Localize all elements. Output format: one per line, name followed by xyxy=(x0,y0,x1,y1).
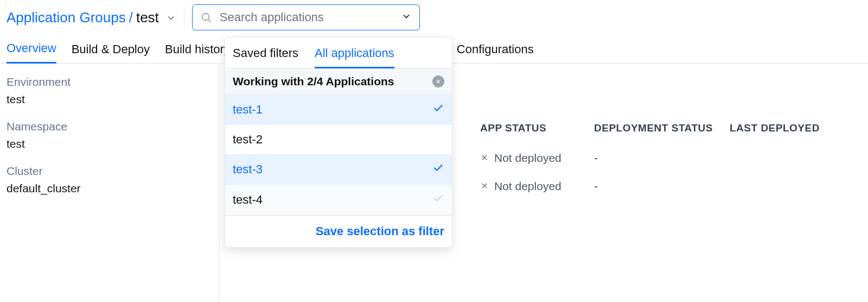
popover-tabs: Saved filters All applications xyxy=(225,37,452,68)
namespace-value: test xyxy=(7,137,213,150)
chevron-down-icon[interactable] xyxy=(401,11,412,24)
col-app-status: APP STATUS xyxy=(480,122,594,134)
breadcrumb: Application Groups / test xyxy=(7,8,176,27)
tab-build-history[interactable]: Build history xyxy=(165,42,230,63)
x-icon xyxy=(480,152,489,165)
popover-item-label: test-2 xyxy=(233,133,263,147)
tab-saved-filters[interactable]: Saved filters xyxy=(233,46,298,68)
breadcrumb-current: test xyxy=(136,9,159,26)
popover-item-test-4[interactable]: test-4 xyxy=(225,185,452,215)
tab-build-deploy[interactable]: Build & Deploy xyxy=(72,42,150,63)
check-icon xyxy=(432,162,444,177)
popover-item-test-3[interactable]: test-3 xyxy=(225,154,452,185)
popover-item-test-1[interactable]: test-1 xyxy=(225,95,452,125)
environment-label: Environment xyxy=(7,76,213,89)
cluster-value: default_cluster xyxy=(7,182,213,195)
tab-all-applications[interactable]: All applications xyxy=(315,46,394,68)
tab-overview[interactable]: Overview xyxy=(7,41,56,64)
cluster-label: Cluster xyxy=(7,165,213,178)
popover-item-label: test-1 xyxy=(233,103,263,117)
popover-item-test-2[interactable]: test-2 xyxy=(225,125,452,154)
deployment-status-value: - xyxy=(594,152,730,165)
save-selection-button[interactable]: Save selection as filter xyxy=(225,215,452,247)
selection-status-text: Working with 2/4 Applications xyxy=(233,75,394,88)
check-icon xyxy=(432,102,444,117)
col-deployment-status: DEPLOYMENT STATUS xyxy=(594,122,730,134)
check-icon xyxy=(432,192,444,207)
clear-selection-button[interactable] xyxy=(432,76,444,87)
svg-point-0 xyxy=(202,14,209,21)
environment-value: test xyxy=(7,93,213,106)
popover-item-label: test-4 xyxy=(233,193,263,207)
chevron-down-icon[interactable] xyxy=(165,10,176,27)
svg-line-1 xyxy=(208,20,210,22)
search-icon xyxy=(200,11,212,23)
breadcrumb-separator: / xyxy=(129,9,133,26)
divider xyxy=(184,9,184,26)
search-input[interactable] xyxy=(220,10,401,24)
app-status-value: Not deployed xyxy=(494,152,561,165)
breadcrumb-root[interactable]: Application Groups xyxy=(7,9,126,26)
search-applications-box[interactable] xyxy=(192,4,420,30)
app-status-value: Not deployed xyxy=(494,180,561,193)
deployment-status-value: - xyxy=(594,180,730,193)
popover-status: Working with 2/4 Applications xyxy=(225,68,452,95)
popover-item-label: test-3 xyxy=(233,162,263,177)
x-icon xyxy=(480,180,489,193)
sidebar: Environment test Namespace test Cluster … xyxy=(0,64,220,302)
applications-popover: Saved filters All applications Working w… xyxy=(225,37,452,248)
col-last-deployed: LAST DEPLOYED xyxy=(730,122,868,134)
tab-configurations[interactable]: Configurations xyxy=(457,42,534,63)
namespace-label: Namespace xyxy=(7,120,213,133)
